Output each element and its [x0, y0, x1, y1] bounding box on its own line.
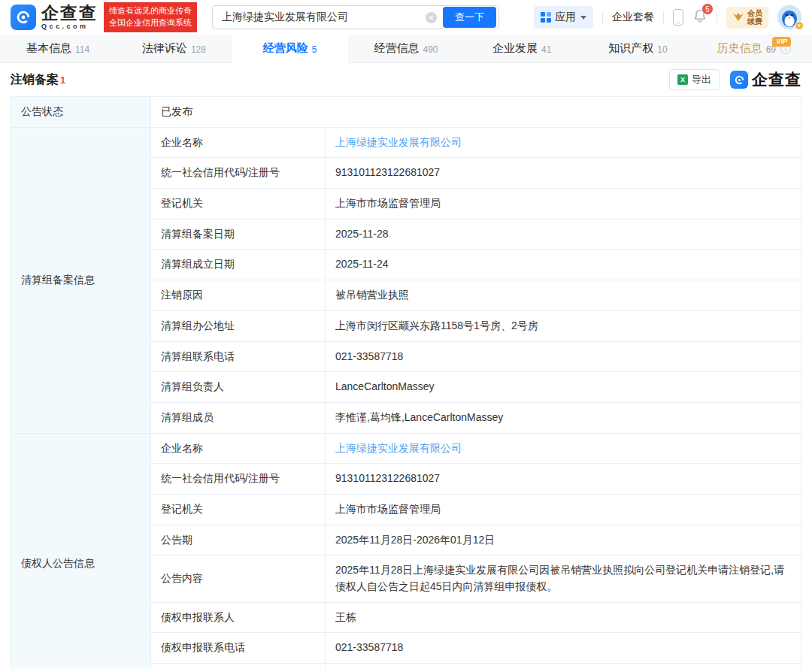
field-value: 913101123122681027	[326, 158, 801, 189]
tab-intellectual-property[interactable]: 知识产权 10	[580, 35, 695, 62]
content-header: 注销备案 1 X 导出 企查查	[0, 63, 812, 95]
field-value: 2025年11月28日上海绿捷实业发展有限公司因被吊销营业执照拟向公司登记机关申…	[326, 555, 801, 602]
field-label: 清算组成员	[151, 402, 326, 433]
table-row: 公告状态 已发布	[11, 97, 801, 128]
excel-icon: X	[677, 74, 688, 85]
content-header-right: X 导出 企查查	[669, 69, 801, 90]
section-cell: 债权人公告信息	[11, 433, 151, 672]
page-title: 注销备案	[11, 72, 59, 88]
mobile-app-icon[interactable]	[673, 9, 683, 26]
field-label: 清算组成立日期	[151, 250, 326, 280]
table-row: 清算组备案信息 企业名称 上海绿捷实业发展有限公司	[11, 127, 801, 158]
header-right-nav: 应用 企业套餐 5 会员 续费	[534, 5, 801, 29]
field-value: 李惟谨,葛均锋,LanceCarltonMassey	[326, 402, 801, 433]
vip-badge: VIP	[772, 37, 791, 47]
field-value: 2025-11-28	[326, 219, 801, 250]
field-label: 清算组联系电话	[151, 341, 326, 372]
apps-menu-button[interactable]: 应用	[534, 6, 593, 29]
field-value: 913101123122681027	[326, 464, 801, 495]
table-row: 债权人公告信息 企业名称 上海绿捷实业发展有限公司	[11, 433, 801, 464]
brand-domain: Qcc.com	[41, 23, 98, 30]
tab-enterprise-development[interactable]: 企业发展 41	[464, 35, 580, 62]
company-name-link[interactable]: 上海绿捷实业发展有限公司	[335, 442, 462, 454]
chevron-down-icon	[580, 16, 586, 20]
search-input[interactable]	[222, 11, 426, 23]
field-label: 清算组备案日期	[151, 219, 326, 250]
watermark-brand-text: 企查查	[752, 69, 801, 90]
field-label: 公告期	[151, 525, 326, 555]
field-value: 上海市闵行区颛兴东路1158号1号房、2号房	[326, 310, 801, 341]
slogan-line1: 缔造有远见的商业传奇	[109, 5, 192, 17]
section-cell: 公告状态	[11, 97, 151, 128]
field-value: 上海市市场监督管理局	[326, 189, 801, 219]
vip-renew-button[interactable]: 会员 续费	[726, 7, 768, 29]
field-value: 021-33587718	[326, 633, 801, 664]
clear-search-icon[interactable]: ✕	[426, 12, 437, 23]
field-value: LanceCarltonMassey	[326, 372, 801, 403]
divider	[663, 12, 664, 23]
field-label: 企业名称	[151, 127, 326, 158]
apps-label: 应用	[555, 11, 576, 24]
field-value: 2025年11月28日-2026年01月12日	[326, 525, 801, 555]
company-tabbar: 基本信息 114 法律诉讼 128 经营风险 5 经营信息 490 企业发展 4…	[0, 35, 812, 63]
tab-basic-info[interactable]: 基本信息 114	[0, 35, 116, 62]
enterprise-package-link[interactable]: 企业套餐	[612, 11, 654, 24]
notification-badge: 5	[701, 3, 714, 15]
brand-slogan: 缔造有远见的商业传奇 全国企业信用查询系统	[104, 2, 197, 32]
field-label: 清算组负责人	[151, 372, 326, 403]
field-label: 登记机关	[151, 494, 326, 525]
cancellation-filing-table: 公告状态 已发布 清算组备案信息 企业名称 上海绿捷实业发展有限公司 统一社会信…	[11, 96, 801, 672]
field-value: 被吊销营业执照	[326, 280, 801, 311]
qcc-logo[interactable]: 企查查 Qcc.com 缔造有远见的商业传奇 全国企业信用查询系统	[11, 2, 197, 32]
avatar-vip-badge: v	[795, 21, 804, 30]
qcc-logo-icon	[11, 5, 36, 30]
notifications-button[interactable]: 5	[692, 8, 707, 26]
field-label: 公告内容	[151, 555, 326, 602]
apps-grid-icon	[541, 12, 551, 23]
search-bar: ✕ 查一下	[212, 5, 499, 29]
field-value: 已发布	[151, 97, 801, 128]
export-label: 导出	[692, 73, 711, 86]
field-label: 统一社会信用代码/注册号	[151, 158, 326, 189]
tab-operating-risk[interactable]: 经营风险 5	[232, 35, 348, 63]
field-label: 债权申报地址	[151, 664, 326, 672]
watermark-brand: 企查查	[730, 69, 801, 90]
slogan-line2: 全国企业信用查询系统	[109, 17, 192, 29]
section-cell: 清算组备案信息	[11, 127, 151, 433]
user-avatar[interactable]: v	[777, 5, 801, 29]
tab-history-info[interactable]: 历史信息 69 VIP i	[696, 35, 812, 62]
vip-crown-icon	[732, 12, 744, 23]
field-label: 统一社会信用代码/注册号	[151, 464, 326, 495]
brand-name: 企查查	[41, 5, 98, 22]
field-value: 上海市市场监督管理局	[326, 494, 801, 525]
field-label: 企业名称	[151, 433, 326, 464]
field-value: 上海市闵行区颛兴东路1158号1号房、2号房	[326, 664, 801, 672]
field-label: 债权申报联系人	[151, 602, 326, 633]
qcc-logo-icon	[730, 71, 748, 89]
search-button[interactable]: 查一下	[443, 7, 496, 28]
export-button[interactable]: X 导出	[669, 69, 720, 90]
brand-text: 企查查 Qcc.com	[41, 5, 98, 30]
divider	[717, 12, 717, 23]
field-value: 王栋	[326, 602, 801, 633]
company-name-link[interactable]: 上海绿捷实业发展有限公司	[335, 136, 462, 148]
divider	[602, 12, 603, 23]
field-value: 2025-11-24	[326, 250, 801, 280]
field-label: 清算组办公地址	[151, 310, 326, 341]
field-value: 021-33587718	[326, 341, 801, 372]
tab-operating-info[interactable]: 经营信息 490	[348, 35, 464, 62]
field-label: 债权申报联系电话	[151, 633, 326, 664]
field-label: 注销原因	[151, 280, 326, 311]
record-count: 1	[60, 74, 65, 86]
top-header: 企查查 Qcc.com 缔造有远见的商业传奇 全国企业信用查询系统 ✕ 查一下 …	[0, 0, 812, 35]
vip-renew-label: 会员 续费	[747, 9, 762, 26]
field-label: 登记机关	[151, 189, 326, 219]
tab-legal-litigation[interactable]: 法律诉讼 128	[116, 35, 232, 62]
